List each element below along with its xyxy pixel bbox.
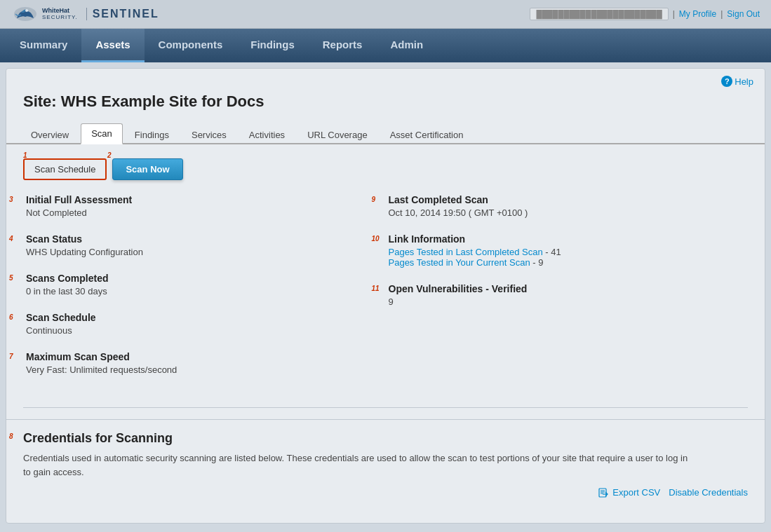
link-information-item: 10 Link Information Pages Tested in Last…	[386, 233, 749, 268]
credentials-title-text: Credentials for Scanning	[23, 431, 173, 446]
export-csv-label: Export CSV	[612, 487, 660, 498]
initial-full-assessment-item: 3 Initial Full Assessment Not Completed	[23, 194, 386, 218]
last-completed-scan-item: 9 Last Completed Scan Oct 10, 2014 19:50…	[386, 194, 749, 218]
nav-item-components[interactable]: Components	[145, 29, 237, 62]
page-title: Site: WHS Example Site for Docs	[6, 87, 765, 122]
scan-status-value: WHS Updating Configuration	[26, 247, 386, 257]
last-completed-scan-label: Last Completed Scan	[389, 194, 749, 205]
url-display: ███████████████████████	[530, 8, 668, 20]
badge-9: 9	[372, 196, 376, 203]
initial-full-assessment-value: Not Completed	[26, 207, 386, 218]
badge-10: 10	[372, 235, 380, 243]
badge-1: 1	[23, 151, 27, 159]
scan-schedule-value: Continuous	[26, 325, 386, 336]
logo-whitehat: WhiteHat SECURITY.	[11, 4, 78, 24]
badge-4: 4	[9, 235, 13, 243]
sep-1: |	[673, 9, 675, 19]
credentials-section: 8 Credentials for Scanning Credentials u…	[6, 419, 765, 506]
my-profile-link[interactable]: My Profile	[679, 9, 716, 19]
svg-rect-2	[599, 489, 606, 497]
brand-whitehat: WhiteHat	[42, 8, 78, 15]
scan-schedule-item: 6 Scan Schedule Continuous	[23, 312, 386, 336]
max-scan-speed-value: Very Fast: Unlimited requests/second	[26, 364, 386, 375]
help-label: Help	[735, 76, 753, 87]
help-link[interactable]: ? Help	[721, 76, 753, 87]
pages-tested-last-link[interactable]: Pages Tested in Last Completed Scan	[389, 247, 543, 257]
last-completed-scan-value: Oct 10, 2014 19:50 ( GMT +0100 )	[389, 207, 749, 218]
open-vulnerabilities-label: Open Vulnerabilities - Verified	[389, 283, 749, 294]
svg-point-1	[25, 9, 28, 12]
open-vulnerabilities-item: 11 Open Vulnerabilities - Verified 9	[386, 283, 749, 307]
badge-5: 5	[9, 274, 13, 282]
nav-item-reports[interactable]: Reports	[309, 29, 377, 62]
credentials-title: 8 Credentials for Scanning	[23, 431, 748, 446]
badge-7: 7	[9, 353, 13, 360]
section-divider	[23, 407, 748, 408]
sep-2: |	[720, 9, 723, 19]
export-csv-link[interactable]: Export CSV	[598, 487, 660, 498]
subtab-services[interactable]: Services	[181, 125, 237, 144]
subtab-overview[interactable]: Overview	[20, 125, 79, 144]
help-row: ? Help	[6, 69, 765, 87]
help-icon: ?	[721, 76, 732, 87]
disable-credentials-link[interactable]: Disable Credentials	[669, 487, 748, 498]
link-information-label: Link Information	[389, 233, 749, 245]
pages-tested-last-item: Pages Tested in Last Completed Scan - 41	[389, 247, 749, 257]
sign-out-link[interactable]: Sign Out	[727, 9, 760, 19]
scan-now-button[interactable]: Scan Now	[112, 158, 182, 180]
buttons-row: 1 Scan Schedule 2 Scan Now	[6, 158, 765, 194]
top-bar: WhiteHat SECURITY. SENTINEL ████████████…	[0, 0, 771, 29]
open-vulnerabilities-value: 9	[389, 296, 749, 307]
scans-completed-value: 0 in the last 30 days	[26, 286, 386, 296]
brand-sentinel: SENTINEL	[86, 8, 159, 20]
top-right-links: ███████████████████████ | My Profile | S…	[530, 8, 760, 20]
pages-tested-last-count: - 41	[543, 247, 561, 257]
badge-2: 2	[107, 151, 112, 159]
subtab-url-coverage[interactable]: URL Coverage	[297, 125, 378, 144]
subtab-activities[interactable]: Activities	[239, 125, 295, 144]
scan-status-label: Scan Status	[26, 233, 386, 245]
whitehat-logo-icon	[11, 4, 39, 24]
nav-bar: Summary Assets Components Findings Repor…	[0, 29, 771, 62]
brand-security: SECURITY.	[42, 14, 78, 20]
max-scan-speed-item: 7 Maximum Scan Speed Very Fast: Unlimite…	[23, 351, 386, 375]
pages-tested-current-link[interactable]: Pages Tested in Your Current Scan	[389, 257, 530, 268]
info-grid: 3 Initial Full Assessment Not Completed …	[6, 194, 765, 390]
pages-tested-current-item: Pages Tested in Your Current Scan - 9	[389, 257, 749, 268]
max-scan-speed-label: Maximum Scan Speed	[26, 351, 386, 362]
badge-8: 8	[9, 432, 13, 440]
main-content: ? Help Site: WHS Example Site for Docs O…	[6, 68, 765, 524]
pages-tested-current-count: - 9	[530, 257, 544, 268]
nav-item-assets[interactable]: Assets	[81, 29, 144, 62]
credentials-description: Credentials used in automatic security s…	[23, 451, 697, 479]
badge-11: 11	[372, 285, 380, 292]
info-left: 3 Initial Full Assessment Not Completed …	[23, 194, 386, 390]
scan-schedule-label: Scan Schedule	[26, 312, 386, 323]
subtab-asset-certification[interactable]: Asset Certification	[380, 125, 474, 144]
nav-item-findings[interactable]: Findings	[236, 29, 309, 62]
subtab-scan[interactable]: Scan	[81, 123, 123, 144]
export-csv-icon	[598, 488, 610, 498]
nav-item-summary[interactable]: Summary	[6, 29, 81, 62]
subtab-findings[interactable]: Findings	[124, 125, 180, 144]
initial-full-assessment-label: Initial Full Assessment	[26, 194, 386, 205]
scan-schedule-button[interactable]: Scan Schedule	[23, 158, 107, 180]
info-right: 9 Last Completed Scan Oct 10, 2014 19:50…	[386, 194, 749, 390]
sub-tabs: Overview Scan Findings Services Activiti…	[6, 122, 765, 144]
scan-status-item: 4 Scan Status WHS Updating Configuration	[23, 233, 386, 257]
logo-area: WhiteHat SECURITY. SENTINEL	[11, 4, 159, 24]
badge-6: 6	[9, 313, 13, 321]
credentials-actions: Export CSV Disable Credentials	[23, 479, 748, 506]
scans-completed-label: Scans Completed	[26, 273, 386, 284]
badge-3: 3	[9, 196, 13, 203]
link-information-links: Pages Tested in Last Completed Scan - 41…	[389, 247, 749, 268]
scans-completed-item: 5 Scans Completed 0 in the last 30 days	[23, 273, 386, 296]
nav-item-admin[interactable]: Admin	[376, 29, 437, 62]
